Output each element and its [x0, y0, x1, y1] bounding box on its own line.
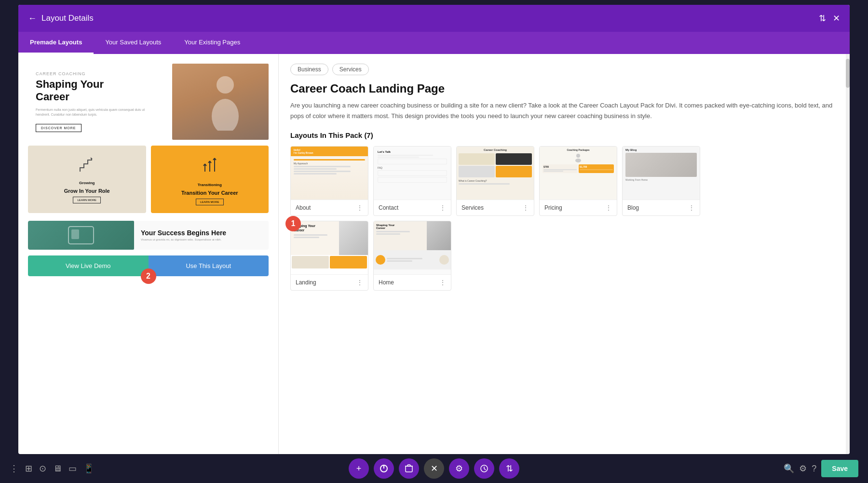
svg-rect-8 [406, 466, 412, 472]
search-icon[interactable]: ⊙ [39, 463, 46, 474]
footer-image [28, 221, 134, 250]
view-demo-button[interactable]: View Live Demo [28, 255, 149, 276]
thumb-about: Hello!I'm Carley Brown My Approach [291, 147, 368, 200]
svg-rect-3 [71, 229, 79, 239]
layout-name-blog: Blog [627, 204, 639, 211]
arrows-up-icon [200, 153, 219, 180]
layout-card-footer-blog: Blog ⋮ [623, 200, 700, 215]
toolbar-center: + ✕ ⚙ ⇅ [349, 458, 519, 479]
footer-title: Your Success Begins Here [141, 229, 262, 237]
card-growing-label: Growing [79, 181, 95, 185]
layout-card-about[interactable]: Hello!I'm Carley Brown My Approach [290, 146, 368, 216]
use-layout-button[interactable]: Use This Layout [149, 255, 269, 276]
layout-sort-button[interactable]: ⇅ [499, 458, 519, 479]
help-icon[interactable]: ? [812, 464, 816, 474]
layout-card-footer-contact: Contact ⋮ [374, 200, 451, 215]
more-icon-landing[interactable]: ⋮ [356, 279, 363, 286]
content-area: CAREER COACHING Shaping Your Career Ferm… [18, 54, 850, 454]
layout-desc: Are you launching a new career coaching … [290, 100, 834, 121]
settings-button[interactable]: ⚙ [449, 458, 469, 479]
scroll-track[interactable] [846, 54, 850, 454]
tablet-icon[interactable]: ▭ [68, 463, 77, 474]
layout-title: Career Coach Landing Page [290, 82, 834, 95]
badge-2: 2 [141, 268, 156, 284]
layout-card-footer-services: Services ⋮ [457, 200, 534, 215]
card-transitioning-label: Transitioning [198, 183, 222, 187]
sort-icon[interactable]: ⇅ [819, 13, 826, 24]
layout-card-home[interactable]: Shaping YourCareer [373, 221, 451, 291]
layout-card-contact[interactable]: Let's Talk FAQ Contact ⋮ [373, 146, 451, 216]
back-icon[interactable]: ← [28, 13, 37, 24]
mobile-icon[interactable]: 📱 [83, 463, 94, 474]
tab-existing-pages[interactable]: Your Existing Pages [173, 32, 252, 54]
card-transition: Transitioning Transition Your Career LEA… [151, 146, 269, 213]
close-icon[interactable]: ✕ [833, 13, 840, 24]
left-panel: CAREER COACHING Shaping Your Career Ferm… [18, 54, 279, 454]
hero-title: Shaping Your Career [36, 78, 160, 104]
layout-card-blog[interactable]: My Blog Working From Home Blog ⋮ [622, 146, 700, 216]
hero-text: Fermentum nulla non justo aliquet, quis … [36, 107, 160, 118]
preview-footer: Your Success Begins Here Vivamus ut grav… [28, 221, 269, 250]
layout-card-footer-about: About ⋮ [291, 200, 368, 215]
layout-name-contact: Contact [379, 204, 398, 211]
bottom-toolbar: ⋮ ⊞ ⊙ 🖥 ▭ 📱 + ✕ ⚙ ⇅ 🔍 ⚙ ? Save [0, 454, 868, 483]
card-transition-title: Transition Your Career [181, 190, 238, 196]
tab-saved-layouts[interactable]: Your Saved Layouts [94, 32, 173, 54]
preview-hero: CAREER COACHING Shaping Your Career Ferm… [28, 64, 269, 140]
thumb-landing: Shaping YourCareer [291, 221, 368, 274]
layout-name-home: Home [379, 279, 394, 286]
more-icon-blog[interactable]: ⋮ [688, 204, 695, 212]
hero-left: CAREER COACHING Shaping Your Career Ferm… [28, 64, 167, 140]
more-icon-about[interactable]: ⋮ [356, 204, 363, 212]
history-button[interactable] [474, 458, 494, 479]
close-center-button[interactable]: ✕ [424, 458, 444, 479]
right-panel: Business Services Career Coach Landing P… [279, 54, 846, 454]
more-icon-pricing[interactable]: ⋮ [605, 204, 612, 212]
svg-point-5 [575, 159, 581, 162]
modal-header: ← Layout Details ⇅ ✕ [18, 5, 850, 32]
layout-name-about: About [296, 204, 311, 211]
discover-btn: DISCOVER MORE [36, 124, 81, 132]
stairs-icon [77, 155, 96, 178]
more-icon-home[interactable]: ⋮ [439, 279, 446, 286]
save-button[interactable]: Save [821, 460, 858, 477]
tag-services[interactable]: Services [332, 64, 369, 75]
card-grow: Growing Grow In Your Role LEARN MORE [28, 146, 146, 213]
hero-label: CAREER COACHING [36, 71, 160, 76]
header-right: ⇅ ✕ [819, 13, 840, 24]
layout-card-services[interactable]: Career Coaching What is Career Coaching? [456, 146, 534, 216]
pack-label: Layouts In This Pack (7) [290, 131, 834, 139]
layout-name-pricing: Pricing [544, 204, 562, 211]
thumb-services: Career Coaching What is Career Coaching? [457, 147, 534, 200]
layout-name-landing: Landing [296, 279, 316, 286]
tag-business[interactable]: Business [290, 64, 328, 75]
learn-more-2: LEARN MORE [196, 199, 224, 205]
svg-point-1 [212, 99, 239, 131]
layouts-grid: Hello!I'm Carley Brown My Approach [290, 146, 834, 216]
search-right-icon[interactable]: 🔍 [784, 463, 794, 474]
tabs-bar: Premade Layouts Your Saved Layouts Your … [18, 32, 850, 54]
desktop-icon[interactable]: 🖥 [53, 464, 62, 474]
layout-details-modal: ← Layout Details ⇅ ✕ Premade Layouts You… [18, 5, 850, 454]
add-button[interactable]: + [349, 458, 369, 479]
layout-card-pricing[interactable]: Coaching Packages $789 [539, 146, 617, 216]
footer-sub: Vivamus ut gravida mi, ac dignissim odio… [141, 238, 262, 241]
modal-title: Layout Details [41, 13, 94, 23]
layout-card-footer-pricing: Pricing ⋮ [540, 200, 617, 215]
svg-point-0 [217, 76, 234, 94]
action-wrap: View Live Demo Use This Layout 2 [28, 255, 269, 276]
settings-right-icon[interactable]: ⚙ [799, 463, 807, 474]
hamburger-icon[interactable]: ⋮ [10, 463, 18, 474]
grid-icon[interactable]: ⊞ [25, 463, 32, 474]
tab-premade-layouts[interactable]: Premade Layouts [18, 32, 94, 54]
more-icon-services[interactable]: ⋮ [522, 204, 529, 212]
learn-more-1: LEARN MORE [73, 197, 101, 203]
layout-name-services: Services [461, 204, 484, 211]
trash-button[interactable] [399, 458, 419, 479]
footer-text: Your Success Begins Here Vivamus ut grav… [134, 221, 269, 250]
toolbar-right: 🔍 ⚙ ? Save [784, 460, 858, 477]
layout-card-landing[interactable]: Shaping YourCareer [290, 221, 368, 291]
more-icon-contact[interactable]: ⋮ [439, 204, 446, 212]
power-button[interactable] [374, 458, 394, 479]
scroll-thumb[interactable] [846, 59, 850, 88]
